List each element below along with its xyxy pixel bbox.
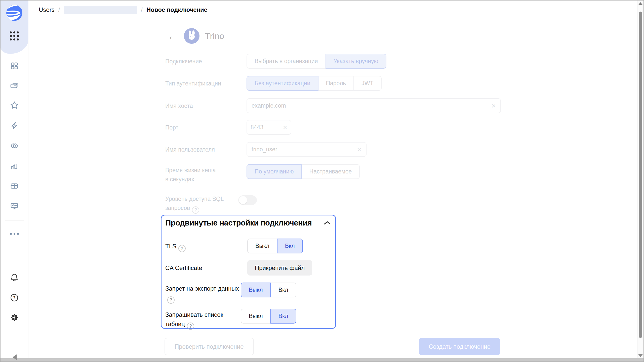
host-value: example.com xyxy=(252,102,286,109)
vertical-scrollbar-thumb[interactable] xyxy=(639,12,642,338)
help-icon[interactable]: ? xyxy=(178,245,186,252)
notifications-button[interactable] xyxy=(9,273,19,283)
app-window: ? Users / / Новое подключение xyxy=(0,0,644,362)
advanced-settings-header[interactable]: Продвинутые настройки подключения xyxy=(165,218,331,228)
sidebar-divider xyxy=(5,220,24,220)
cache-ttl-segmented-control: По умолчанию Настраиваемое xyxy=(247,164,360,179)
option-password[interactable]: Пароль xyxy=(318,76,354,91)
field-label: TLS? xyxy=(165,239,247,253)
settings-button[interactable] xyxy=(9,312,19,323)
host-input[interactable]: example.com × xyxy=(247,98,501,113)
breadcrumb-current: Новое подключение xyxy=(146,6,207,13)
username-input[interactable]: trino_user × xyxy=(247,142,367,157)
sidebar-item-favorites[interactable] xyxy=(9,100,19,110)
sidebar: ? xyxy=(1,1,28,358)
username-value: trino_user xyxy=(252,146,277,153)
header: Users / / Новое подключение xyxy=(28,1,637,19)
scroll-up-arrow[interactable] xyxy=(638,2,643,5)
sidebar-item-datasets[interactable] xyxy=(9,141,19,151)
option-on[interactable]: Вкл xyxy=(270,309,296,324)
panel-row-tls: TLS? Выкл Вкл xyxy=(165,239,332,253)
port-input[interactable]: 8443 × xyxy=(247,120,291,135)
check-connection-button[interactable]: Проверить подключение xyxy=(165,338,254,355)
panel-row-table-list: Запрашивать список таблиц? Выкл Вкл xyxy=(165,309,332,330)
option-default[interactable]: По умолчанию xyxy=(247,164,302,179)
field-label: Порт xyxy=(165,120,247,135)
help-icon[interactable]: ? xyxy=(187,323,194,330)
field-label: Уровень доступа SQL запросов? xyxy=(165,193,238,214)
breadcrumb-separator: / xyxy=(141,6,143,13)
form-row-sql-access: Уровень доступа SQL запросов? xyxy=(165,193,257,214)
more-dots-icon xyxy=(10,233,19,235)
form-row-cache-ttl: Время жизни кеша в секундах По умолчанию… xyxy=(165,164,360,184)
clear-icon[interactable]: × xyxy=(491,102,496,110)
clear-icon[interactable]: × xyxy=(357,146,361,153)
field-label: Имя пользователя xyxy=(165,142,247,157)
option-off[interactable]: Выкл xyxy=(241,309,271,324)
form-row-host: Имя хоста example.com × xyxy=(165,98,501,113)
sql-access-toggle[interactable] xyxy=(238,195,257,205)
question-icon: ? xyxy=(10,293,19,302)
field-label: Запрашивать список таблиц? xyxy=(165,309,241,330)
back-arrow-icon[interactable]: ← xyxy=(167,30,178,41)
form-row-username: Имя пользователя trino_user × xyxy=(165,142,367,157)
option-custom[interactable]: Настраиваемое xyxy=(301,164,360,179)
sidebar-more-button[interactable] xyxy=(9,229,19,239)
sidebar-item-collections[interactable] xyxy=(9,80,19,90)
breadcrumb: Users / / Новое подключение xyxy=(39,6,207,14)
sidebar-item-navigation[interactable] xyxy=(9,61,19,71)
trino-logo-icon xyxy=(184,28,199,44)
sidebar-collapse-button[interactable] xyxy=(1,352,28,362)
page-title: Trino xyxy=(205,31,224,41)
field-label: CA Certificate xyxy=(165,260,247,276)
connection-segmented-control: Выбрать в организации Указать вручную xyxy=(247,54,386,69)
option-off[interactable]: Выкл xyxy=(247,239,277,253)
chevron-up-icon xyxy=(324,220,331,225)
create-connection-button[interactable]: Создать подключение xyxy=(419,338,500,355)
sidebar-item-charts[interactable] xyxy=(9,161,19,171)
breadcrumb-users[interactable]: Users xyxy=(39,6,55,13)
option-on[interactable]: Вкл xyxy=(277,239,303,253)
form-row-port: Порт 8443 × xyxy=(165,120,291,135)
field-label: Время жизни кеша в секундах xyxy=(165,164,247,184)
form-row-auth-type: Тип аутентификации Без аутентификации Па… xyxy=(165,76,382,91)
option-choose-in-org[interactable]: Выбрать в организации xyxy=(247,54,326,69)
field-label: Имя хоста xyxy=(165,98,247,113)
collapse-arrow-icon xyxy=(13,354,17,360)
sidebar-item-editor[interactable] xyxy=(9,121,19,131)
sidebar-item-tables[interactable] xyxy=(9,181,19,191)
scroll-down-arrow[interactable] xyxy=(638,354,643,357)
panel-row-export-ban: Запрет на экспорт данных? Выкл Вкл xyxy=(165,283,332,304)
advanced-settings-title: Продвинутые настройки подключения xyxy=(165,218,312,228)
help-icon[interactable]: ? xyxy=(167,296,175,304)
form-row-connection: Подключение Выбрать в организации Указат… xyxy=(165,54,386,69)
attach-file-button[interactable]: Прикрепить файл xyxy=(247,260,312,276)
option-no-auth[interactable]: Без аутентификации xyxy=(247,76,318,91)
svg-text:?: ? xyxy=(13,296,16,300)
export-ban-segmented-control: Выкл Вкл xyxy=(241,283,296,297)
option-jwt[interactable]: JWT xyxy=(353,76,381,91)
datalens-logo-icon[interactable] xyxy=(6,5,23,21)
option-off[interactable]: Выкл xyxy=(241,283,271,297)
field-label: Подключение xyxy=(165,54,247,69)
horizontal-scrollbar[interactable] xyxy=(1,358,643,361)
clear-icon[interactable]: × xyxy=(283,124,287,131)
advanced-settings-panel: Продвинутые настройки подключения TLS? В… xyxy=(161,215,336,329)
page-head: ← Trino xyxy=(167,28,224,44)
option-manual[interactable]: Указать вручную xyxy=(326,54,386,69)
auth-type-segmented-control: Без аутентификации Пароль JWT xyxy=(247,76,382,91)
apps-grid-icon[interactable] xyxy=(9,31,19,41)
field-label: Тип аутентификации xyxy=(165,76,247,91)
breadcrumb-masked-item[interactable] xyxy=(64,6,137,14)
help-button[interactable]: ? xyxy=(9,293,19,303)
sidebar-item-monitoring[interactable] xyxy=(9,201,19,211)
breadcrumb-separator: / xyxy=(58,6,60,13)
option-on[interactable]: Вкл xyxy=(270,283,296,297)
gear-icon xyxy=(10,313,19,322)
panel-row-ca-certificate: CA Certificate Прикрепить файл xyxy=(165,260,332,276)
vertical-scrollbar[interactable] xyxy=(637,1,643,358)
help-icon[interactable]: ? xyxy=(192,206,199,214)
toggle-knob xyxy=(239,196,247,204)
port-value: 8443 xyxy=(251,124,263,131)
table-list-segmented-control: Выкл Вкл xyxy=(241,309,296,324)
